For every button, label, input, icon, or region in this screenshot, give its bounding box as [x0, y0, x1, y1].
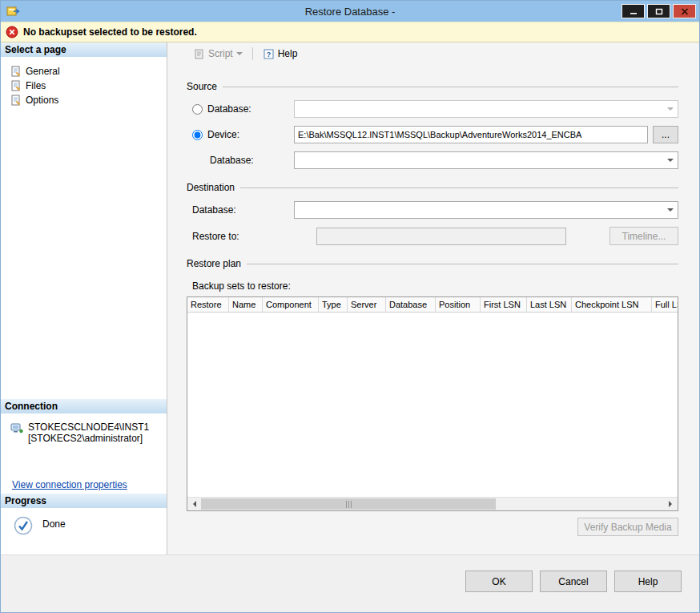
page-icon [10, 66, 22, 77]
scrollbar-thumb[interactable] [201, 498, 496, 510]
group-divider [247, 264, 678, 264]
maximize-button[interactable] [647, 4, 670, 18]
sidebar-item-label: Files [26, 80, 46, 91]
page-icon [10, 95, 22, 106]
device-database-combobox[interactable] [294, 151, 678, 169]
restore-to-label: Restore to: [192, 231, 239, 242]
select-a-page-header: Select a page [1, 42, 167, 57]
connection-header: Connection [1, 399, 167, 413]
restore-to-input [316, 228, 566, 245]
column-header-first-lsn[interactable]: First LSN [481, 297, 527, 312]
chevron-down-icon [667, 159, 674, 165]
verify-backup-media-button[interactable]: Verify Backup Media [577, 518, 678, 536]
source-device-radio[interactable] [192, 130, 203, 140]
restore-plan-group-header: Restore plan [187, 258, 678, 269]
column-header-checkpoint-lsn[interactable]: Checkpoint LSN [572, 297, 652, 312]
chevron-down-icon [667, 208, 674, 215]
sidebar: Select a page General Fi [1, 42, 167, 555]
sidebar-item-general[interactable]: General [10, 64, 167, 79]
browse-button[interactable]: ... [653, 126, 678, 143]
source-group-header: Source [187, 81, 678, 92]
footer: OK Cancel Help [1, 555, 699, 612]
source-device-label: Device: [207, 129, 239, 140]
backup-sets-label: Backup sets to restore: [192, 280, 678, 292]
restore-plan-group-title: Restore plan [187, 258, 241, 269]
minimize-button[interactable] [622, 4, 645, 18]
destination-database-row: Database: [187, 201, 678, 219]
table-body-empty [187, 313, 678, 497]
group-divider [223, 87, 678, 87]
source-database-row: Database: [187, 100, 678, 118]
cancel-button[interactable]: Cancel [540, 571, 607, 592]
window-title: Restore Database - [1, 6, 699, 18]
column-header-last-lsn[interactable]: Last LSN [527, 297, 572, 312]
source-database-label: Database: [207, 103, 251, 115]
group-divider [240, 188, 678, 188]
done-check-icon [14, 516, 33, 535]
destination-group-header: Destination [187, 182, 678, 193]
column-header-database[interactable]: Database [386, 297, 436, 312]
sidebar-item-label: General [26, 66, 60, 77]
column-header-type[interactable]: Type [319, 297, 348, 312]
horizontal-scrollbar[interactable] [187, 497, 678, 510]
help-toolbar-button[interactable]: ? Help [259, 46, 301, 62]
device-path-input[interactable] [294, 126, 648, 143]
source-device-database-row: Database: [187, 151, 678, 169]
scrollbar-track[interactable] [201, 498, 664, 510]
chevron-down-icon [236, 52, 243, 58]
svg-text:?: ? [266, 50, 271, 58]
ok-button[interactable]: OK [465, 571, 533, 592]
error-icon [6, 26, 18, 38]
connection-account: [STOKECS2\administrator] [28, 433, 149, 444]
table-header-row: Restore Name Component Type Server Datab… [187, 297, 678, 313]
verify-row: Verify Backup Media [187, 518, 678, 536]
timeline-button[interactable]: Timeline... [609, 227, 678, 245]
sidebar-item-options[interactable]: Options [10, 93, 167, 107]
script-label: Script [208, 48, 233, 59]
scroll-left-arrow[interactable] [187, 498, 201, 510]
server-icon [10, 421, 23, 434]
restore-to-row: Restore to: Timeline... [187, 227, 678, 245]
main-panel: Script ? Help Source [167, 42, 699, 555]
column-header-position[interactable]: Position [436, 297, 481, 312]
warning-bar: No backupset selected to be restored. [1, 22, 699, 42]
column-header-full-lsn[interactable]: Full LS [652, 297, 678, 312]
title-bar: Restore Database - [1, 1, 699, 22]
progress-header: Progress [1, 494, 167, 508]
progress-status: Done [42, 516, 66, 530]
scroll-right-arrow[interactable] [664, 498, 678, 510]
destination-group-title: Destination [187, 182, 235, 193]
source-device-row: Device: ... [187, 126, 678, 143]
connection-block: STOKECSCLNODE4\INST1 [STOKECS2\administr… [1, 413, 167, 494]
toolbar: Script ? Help [167, 42, 699, 65]
script-icon [193, 48, 205, 60]
source-database-combobox[interactable] [294, 100, 678, 118]
backup-sets-table: Restore Name Component Type Server Datab… [187, 296, 678, 511]
content-area: Source Database: Device: [167, 65, 699, 555]
close-button[interactable] [673, 4, 696, 18]
toolbar-separator [252, 47, 253, 60]
progress-block: Done [1, 508, 167, 555]
connection-server: STOKECSCLNODE4\INST1 [28, 421, 149, 433]
sidebar-item-files[interactable]: Files [10, 79, 167, 93]
column-header-name[interactable]: Name [229, 297, 263, 312]
script-button[interactable]: Script [190, 46, 246, 62]
help-icon: ? [263, 48, 275, 60]
app-icon [6, 4, 20, 18]
destination-database-combobox[interactable] [294, 201, 678, 219]
source-database-radio[interactable] [192, 104, 203, 115]
destination-database-label: Database: [192, 204, 236, 216]
help-button[interactable]: Help [614, 571, 682, 592]
column-header-component[interactable]: Component [263, 297, 319, 312]
page-icon [10, 80, 22, 91]
help-toolbar-label: Help [278, 48, 298, 59]
sidebar-item-label: Options [26, 95, 58, 106]
column-header-server[interactable]: Server [348, 297, 386, 312]
source-group-title: Source [187, 81, 217, 92]
device-database-label: Database: [210, 155, 254, 166]
page-list: General Files Options [1, 57, 167, 399]
column-header-restore[interactable]: Restore [187, 297, 229, 312]
view-connection-properties-link[interactable]: View connection properties [12, 479, 127, 490]
restore-database-dialog: Restore Database - No backupset selected… [0, 0, 700, 613]
warning-message: No backupset selected to be restored. [23, 26, 197, 38]
